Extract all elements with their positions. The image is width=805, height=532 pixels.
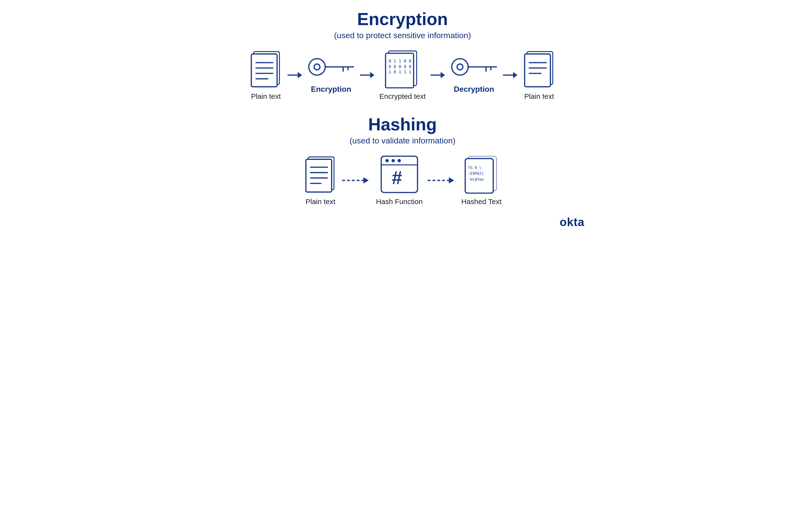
encryption-label: Encryption	[311, 85, 351, 94]
arrow-right-icon-2	[360, 69, 375, 81]
svg-marker-7	[298, 72, 302, 78]
dashed-arrow-right-icon	[428, 174, 457, 186]
encrypted-text-label: Encrypted text	[379, 92, 426, 100]
svg-text:YS-9 \: YS-9 \	[468, 166, 481, 170]
arrow-to-plain-right	[503, 69, 517, 81]
hash-function-label: Hash Function	[376, 197, 423, 206]
plain-text-right-item: Plain text	[522, 50, 556, 100]
svg-point-44	[385, 159, 389, 163]
hashed-text-item: YS-9 \ :E9PA2] 'H[#Ykh Hashed Text	[461, 155, 501, 206]
hashing-arrow-right	[428, 174, 457, 186]
encrypted-text-item: 0 1 1 0 0 0 0 0 0 0 1 0 1 1 1 Encrypted …	[379, 50, 426, 100]
svg-point-46	[398, 159, 401, 163]
hashing-title: Hashing	[216, 115, 589, 134]
svg-point-23	[457, 64, 463, 70]
svg-rect-1	[251, 54, 277, 87]
arrow-right-icon-4	[503, 69, 517, 81]
decryption-key-icon	[450, 57, 498, 81]
svg-text:0 0 0 0 0: 0 0 0 0 0	[388, 64, 411, 69]
document-left-icon	[249, 50, 283, 89]
svg-marker-41	[363, 177, 369, 184]
svg-text:#: #	[391, 168, 402, 188]
arrow-to-encrypted	[360, 69, 375, 81]
encryption-key-item: Encryption	[307, 57, 355, 94]
okta-logo-text: okta	[560, 216, 584, 228]
svg-marker-21	[441, 72, 445, 78]
svg-rect-30	[525, 54, 551, 87]
svg-rect-35	[306, 159, 332, 192]
encrypted-box-icon: 0 1 1 0 0 0 0 0 0 0 1 0 1 1 1	[384, 50, 421, 89]
hashing-arrow-left	[342, 174, 371, 186]
svg-marker-14	[370, 72, 375, 78]
decryption-key-item: Decryption	[450, 57, 498, 94]
encryption-diagram-row: Plain text Encryption	[216, 50, 589, 100]
svg-point-8	[309, 59, 325, 75]
hash-window-icon: #	[380, 155, 419, 194]
decryption-label: Decryption	[454, 85, 494, 94]
hashing-diagram-row: Plain text # Hash Function	[216, 155, 589, 206]
hashing-section: Hashing (used to validate information) P…	[216, 115, 589, 206]
encryption-key-icon	[307, 57, 355, 81]
plain-text-left-label: Plain text	[251, 92, 281, 100]
hash-function-item: # Hash Function	[376, 155, 423, 206]
encryption-section: Encryption (used to protect sensitive in…	[216, 10, 589, 100]
hashing-plain-text-label: Plain text	[305, 197, 335, 206]
encryption-subtitle: (used to protect sensitive information)	[216, 31, 589, 40]
svg-marker-49	[449, 177, 454, 184]
hashing-document-icon	[304, 155, 337, 194]
svg-text::E9PA2]: :E9PA2]	[468, 172, 484, 176]
arrow-to-encryption	[288, 69, 302, 81]
hashing-subtitle: (used to validate information)	[216, 136, 589, 145]
svg-text:1 0 1 1 1: 1 0 1 1 1	[388, 70, 411, 74]
arrow-right-icon-3	[430, 69, 445, 81]
arrow-right-icon	[288, 69, 302, 81]
hashed-output-icon: YS-9 \ :E9PA2] 'H[#Ykh	[463, 155, 500, 194]
svg-point-22	[452, 59, 468, 75]
okta-logo-container: okta	[216, 215, 589, 229]
encryption-title: Encryption	[216, 10, 589, 29]
svg-marker-28	[513, 72, 517, 78]
document-right-icon	[522, 50, 556, 89]
hashed-text-label: Hashed Text	[461, 197, 501, 206]
hashing-plain-text-item: Plain text	[304, 155, 337, 206]
svg-point-45	[391, 159, 395, 163]
svg-text:0 1 1 0 0: 0 1 1 0 0	[388, 59, 411, 64]
plain-text-right-label: Plain text	[524, 92, 554, 100]
svg-text:'H[#Ykh: 'H[#Ykh	[468, 177, 484, 182]
plain-text-left-item: Plain text	[249, 50, 283, 100]
svg-point-9	[314, 64, 320, 70]
dashed-arrow-left-icon	[342, 174, 371, 186]
arrow-to-decryption	[430, 69, 445, 81]
